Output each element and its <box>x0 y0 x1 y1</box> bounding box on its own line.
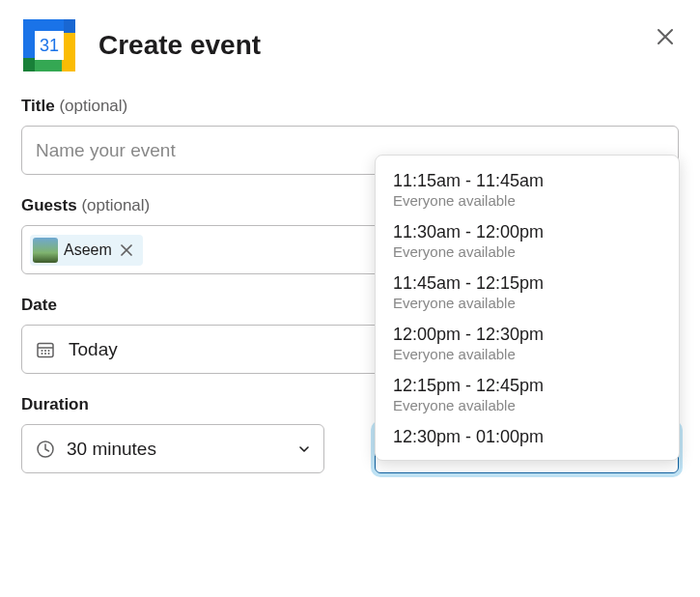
modal-title: Create event <box>98 30 261 61</box>
avatar <box>33 238 58 263</box>
calendar-date-number: 31 <box>40 36 59 55</box>
time-option[interactable]: 11:45am - 12:15pm Everyone available <box>376 268 679 319</box>
time-option[interactable]: 12:15pm - 12:45pm Everyone available <box>376 370 679 421</box>
time-range: 12:30pm - 01:00pm <box>393 427 661 447</box>
time-availability: Everyone available <box>393 346 661 362</box>
time-availability: Everyone available <box>393 397 661 413</box>
duration-label: Duration <box>21 395 324 414</box>
google-calendar-icon: 31 <box>23 19 75 71</box>
svg-rect-3 <box>35 58 64 71</box>
svg-rect-5 <box>62 31 75 60</box>
time-option[interactable]: 12:00pm - 12:30pm Everyone available <box>376 319 679 370</box>
svg-rect-7 <box>23 19 64 33</box>
time-option[interactable]: 11:15am - 11:45am Everyone available <box>376 165 679 216</box>
close-icon <box>120 243 133 257</box>
guest-remove-button[interactable] <box>118 242 135 259</box>
close-button[interactable] <box>654 25 677 48</box>
time-availability: Everyone available <box>393 243 661 260</box>
calendar-icon <box>36 340 55 359</box>
svg-rect-2 <box>23 58 37 71</box>
time-range: 12:15pm - 12:45pm <box>393 376 661 396</box>
duration-value: 30 minutes <box>67 439 287 460</box>
title-optional: (optional) <box>59 97 127 115</box>
chevron-down-icon <box>298 443 310 455</box>
svg-rect-4 <box>62 58 75 71</box>
duration-field-group: Duration 30 minutes <box>21 395 324 473</box>
date-value: Today <box>69 339 118 360</box>
svg-rect-6 <box>62 19 75 33</box>
duration-select[interactable]: 30 minutes <box>21 424 324 473</box>
title-label: Title (optional) <box>21 97 679 116</box>
time-range: 12:00pm - 12:30pm <box>393 325 661 345</box>
time-range: 11:15am - 11:45am <box>393 171 661 191</box>
title-label-text: Title <box>21 97 55 115</box>
time-range: 11:45am - 12:15pm <box>393 273 661 294</box>
time-range: 11:30am - 12:00pm <box>393 222 661 242</box>
time-dropdown: 11:15am - 11:45am Everyone available 11:… <box>375 155 680 461</box>
close-icon <box>656 27 675 46</box>
guest-chip: Aseem <box>30 235 143 266</box>
time-availability: Everyone available <box>393 192 661 209</box>
guests-optional: (optional) <box>81 196 150 214</box>
guest-name: Aseem <box>64 242 112 259</box>
time-option[interactable]: 12:30pm - 01:00pm <box>376 421 679 450</box>
modal-header: 31 Create event <box>21 19 679 71</box>
guests-label-text: Guests <box>21 196 77 214</box>
time-option[interactable]: 11:30am - 12:00pm Everyone available <box>376 216 679 268</box>
time-availability: Everyone available <box>393 295 661 311</box>
clock-icon <box>36 440 55 459</box>
